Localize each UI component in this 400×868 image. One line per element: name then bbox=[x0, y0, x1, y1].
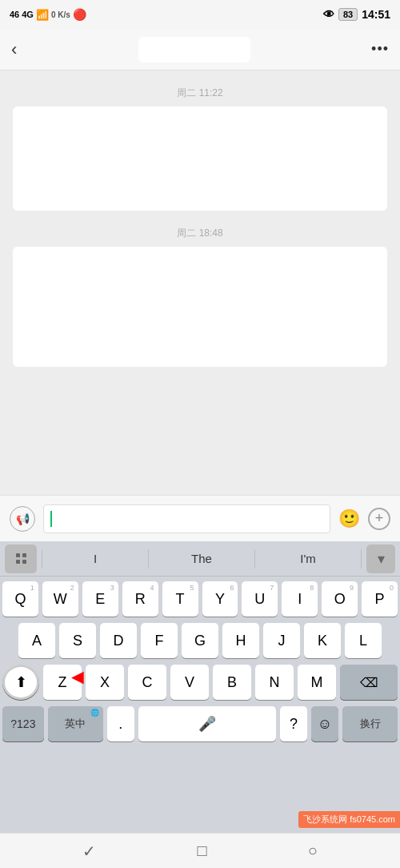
key-num: 3 bbox=[110, 584, 114, 592]
status-bar: 46 4G 📶 0 K/s 🔴 👁 83 14:51 bbox=[0, 0, 400, 29]
delete-icon: ⌫ bbox=[360, 675, 378, 690]
battery-indicator: 83 bbox=[338, 8, 358, 21]
key-q[interactable]: 1Q bbox=[2, 581, 38, 617]
key-num: 4 bbox=[150, 584, 154, 592]
key-v[interactable]: V bbox=[170, 665, 209, 700]
key-n[interactable]: N bbox=[255, 665, 294, 700]
key-num: 2 bbox=[70, 584, 74, 592]
space-key[interactable]: 🎤 bbox=[138, 706, 276, 741]
key-letter: P bbox=[375, 591, 385, 608]
emoji-button[interactable]: 🙂 bbox=[338, 508, 360, 529]
key-e[interactable]: 3E bbox=[82, 581, 118, 617]
numbers-key[interactable]: ?123 bbox=[2, 706, 44, 741]
key-p[interactable]: 0P bbox=[362, 581, 398, 617]
key-f[interactable]: F bbox=[141, 623, 178, 658]
key-g[interactable]: G bbox=[182, 623, 218, 658]
key-t[interactable]: 5T bbox=[162, 581, 198, 617]
key-w[interactable]: 2W bbox=[42, 581, 78, 617]
key-o[interactable]: 9O bbox=[322, 581, 358, 617]
suggestion-the[interactable]: The bbox=[149, 549, 254, 569]
key-k[interactable]: K bbox=[304, 623, 341, 658]
key-d[interactable]: D bbox=[100, 623, 137, 658]
key-num: 7 bbox=[270, 584, 274, 592]
suggestion-im[interactable]: I'm bbox=[255, 549, 361, 569]
add-button[interactable]: + bbox=[368, 508, 390, 530]
key-z[interactable]: ◄Z bbox=[43, 665, 82, 700]
key-letter: F bbox=[155, 633, 164, 649]
key-m[interactable]: M bbox=[298, 665, 336, 700]
key-l[interactable]: L bbox=[345, 623, 382, 658]
back-button[interactable]: ‹ bbox=[11, 39, 17, 60]
status-signals: 46 4G 📶 0 K/s 🔴 bbox=[10, 8, 86, 21]
dot-key[interactable]: . bbox=[107, 706, 134, 741]
nav-bar: ‹ ••• bbox=[0, 29, 400, 70]
key-row-3: ⬆◄ZXCVBNM⌫ bbox=[2, 665, 398, 700]
shift-icon: ⬆ bbox=[15, 673, 27, 691]
message-bubble-2 bbox=[13, 247, 387, 367]
lang-key[interactable]: 英中 🌐 bbox=[48, 706, 103, 741]
key-letter: I bbox=[298, 591, 302, 608]
key-letter: A bbox=[32, 633, 42, 649]
key-s[interactable]: S bbox=[59, 623, 96, 658]
key-h[interactable]: H bbox=[222, 623, 259, 658]
input-bar: 📢 🙂 + bbox=[0, 495, 400, 541]
key-letter: L bbox=[359, 633, 367, 649]
key-num: 0 bbox=[390, 584, 394, 592]
key-row-4: ?123英中 🌐.🎤?☺换行 bbox=[2, 706, 398, 741]
nav-home-btn[interactable]: □ bbox=[197, 842, 206, 860]
nav-recent-btn[interactable]: ○ bbox=[308, 842, 318, 860]
key-a[interactable]: A bbox=[18, 623, 55, 658]
key-c[interactable]: C bbox=[128, 665, 166, 700]
numbers-label: ?123 bbox=[10, 717, 35, 730]
key-letter: U bbox=[254, 591, 265, 608]
key-letter: Q bbox=[14, 591, 26, 608]
status-right: 👁 83 14:51 bbox=[323, 8, 390, 21]
key-x[interactable]: X bbox=[86, 665, 124, 700]
key-num: 6 bbox=[230, 584, 234, 592]
voice-button[interactable]: 📢 bbox=[10, 506, 35, 532]
key-i[interactable]: 8I bbox=[282, 581, 318, 617]
key-letter: H bbox=[236, 633, 246, 649]
key-letter: X bbox=[100, 674, 110, 691]
suggestion-arrow[interactable]: ▾ bbox=[366, 545, 395, 573]
time-display: 14:51 bbox=[362, 8, 390, 21]
question-key[interactable]: ? bbox=[280, 706, 307, 741]
key-letter: C bbox=[142, 674, 153, 691]
key-letter: J bbox=[278, 633, 286, 649]
signal-46: 46 bbox=[10, 10, 19, 19]
nav-back-btn[interactable]: ✓ bbox=[82, 842, 96, 861]
app-icon: 🔴 bbox=[73, 8, 86, 21]
globe-icon: 🌐 bbox=[90, 709, 99, 717]
return-key[interactable]: 换行 bbox=[342, 706, 398, 741]
key-letter: T bbox=[176, 591, 185, 608]
text-input[interactable] bbox=[43, 504, 330, 533]
key-letter: N bbox=[270, 674, 280, 691]
key-letter: E bbox=[95, 591, 105, 608]
key-letter: K bbox=[318, 633, 327, 649]
suggestion-I[interactable]: I bbox=[42, 549, 148, 569]
key-num: 1 bbox=[30, 584, 34, 592]
suggestion-grid-icon[interactable] bbox=[5, 545, 37, 573]
key-b[interactable]: B bbox=[213, 665, 251, 700]
key-num: 8 bbox=[310, 584, 314, 592]
emoji-key[interactable]: ☺ bbox=[311, 706, 338, 741]
plus-icon: + bbox=[375, 510, 384, 527]
suggestions-row: I The I'm ▾ bbox=[0, 541, 400, 577]
message-bubble-1 bbox=[13, 106, 387, 211]
timestamp-2: 周二 18:48 bbox=[0, 227, 400, 240]
key-letter: O bbox=[334, 591, 346, 608]
bottom-nav: ✓ □ ○ bbox=[0, 833, 400, 868]
key-letter: D bbox=[114, 633, 124, 649]
key-letter: B bbox=[227, 674, 237, 691]
red-arrow-indicator: ◄ bbox=[67, 665, 88, 689]
key-y[interactable]: 6Y bbox=[202, 581, 238, 617]
shift-key[interactable]: ⬆ bbox=[2, 665, 39, 700]
key-r[interactable]: 4R bbox=[122, 581, 158, 617]
chat-area: 周二 11:22 周二 18:48 bbox=[0, 70, 400, 495]
key-j[interactable]: J bbox=[263, 623, 300, 658]
delete-key[interactable]: ⌫ bbox=[340, 665, 398, 700]
voice-icon: 📢 bbox=[16, 512, 30, 525]
key-u[interactable]: 7U bbox=[242, 581, 278, 617]
more-button[interactable]: ••• bbox=[371, 41, 389, 58]
return-label: 换行 bbox=[360, 717, 381, 731]
